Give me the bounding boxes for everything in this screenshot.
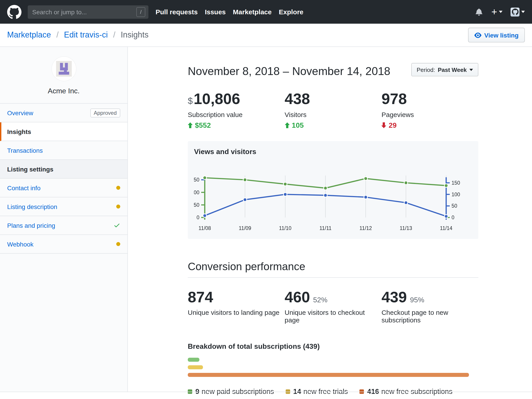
period-value: Past Week [438,66,467,73]
header-right: + [476,7,525,16]
sidebar: Acme Inc. Overview Approved Insights Tra… [0,47,128,392]
breadcrumb-separator: / [110,30,119,39]
sidebar-item-label: Contact info [7,184,40,191]
stat-number: 43995% [382,289,478,305]
svg-text:0: 0 [451,214,454,220]
nav-marketplace[interactable]: Marketplace [233,8,272,16]
arrow-icon [285,122,290,128]
check-icon [114,222,120,229]
conv-landing: 874 Unique visitors to landing page [188,289,285,324]
stat-number: 438 [285,91,381,107]
breadcrumb-bar: Marketplace / Edit travis-ci / Insights … [0,24,532,47]
svg-text:150: 150 [194,177,199,183]
stat-delta: 105 [285,121,381,129]
sidebar-item-label: Overview [7,109,33,116]
stat-number: $10,806 [188,91,285,107]
bar-free-subscriptions [188,373,469,377]
github-logo-icon[interactable] [7,5,21,19]
stat-delta: $552 [188,121,285,129]
stat-label: Pageviews [382,110,478,118]
conv-subscriptions: 43995% Checkout page to new subscription… [382,289,478,324]
pending-dot-icon [116,242,120,246]
sidebar-item-insights[interactable]: Insights [0,122,127,141]
svg-text:150: 150 [451,180,460,185]
breadcrumb-marketplace[interactable]: Marketplace [7,30,51,39]
bar-free-trials [188,366,203,369]
main-nav: Pull requests Issues Marketplace Explore [156,8,303,16]
stat-number: 874 [188,289,285,305]
stat-label: Unique visitors to checkout page [285,309,381,324]
org-name: Acme Inc. [0,87,127,95]
main-content: November 8, 2018 – November 14, 2018 Per… [188,47,478,399]
svg-text:50: 50 [451,203,457,209]
arrow-icon [382,122,386,128]
create-new-menu[interactable]: + [491,7,502,16]
top-header: / Pull requests Issues Marketplace Explo… [0,0,532,24]
caret-down-icon [499,11,502,13]
view-listing-button[interactable]: View listing [468,28,525,43]
svg-text:11/08: 11/08 [198,225,211,231]
stat-visitors: 438 Visitors 105 [285,91,381,129]
stat-subscription-value: $10,806 Subscription value $552 [188,91,285,129]
sidebar-item-overview[interactable]: Overview Approved [0,104,127,122]
svg-text:100: 100 [194,189,199,195]
breadcrumb: Marketplace / Edit travis-ci / Insights [7,30,148,40]
svg-text:100: 100 [451,191,460,197]
period-dropdown-button[interactable]: Period: Past Week [411,63,478,76]
breakdown-heading: Breakdown of total subscriptions (439) [188,343,478,351]
sidebar-heading-label: Listing settings [7,166,53,172]
org-identicon [55,60,72,77]
stat-pageviews: 978 Pageviews 29 [382,91,478,129]
sidebar-item-listing-description[interactable]: Listing description [0,197,127,216]
stat-number: 46052% [285,289,381,305]
svg-text:11/14: 11/14 [440,225,452,231]
currency-prefix: $ [188,96,193,106]
page: / Pull requests Issues Marketplace Explo… [0,0,532,399]
breakdown-bars [188,358,478,377]
sidebar-item-plans-and-pricing[interactable]: Plans and pricing [0,216,127,235]
user-menu[interactable] [511,7,525,16]
conv-checkout: 46052% Unique visitors to checkout page [285,289,381,324]
stat-label: Visitors [285,110,381,118]
nav-issues[interactable]: Issues [205,8,226,16]
conversion-heading: Conversion performance [188,260,478,277]
stat-label: Subscription value [188,110,285,118]
sidebar-item-label: Webhook [7,240,33,248]
svg-text:11/11: 11/11 [319,225,331,231]
summary-stats: $10,806 Subscription value $552 438 Visi… [188,91,478,129]
views-visitors-chart: 05010015005010015011/0811/0911/1011/1111… [194,162,472,234]
stat-percent: 52% [313,296,328,303]
sidebar-item-contact-info[interactable]: Contact info [0,179,127,197]
sidebar-item-webhook[interactable]: Webhook [0,235,127,254]
slash-key-hint: / [136,7,145,17]
period-label: Period: [417,66,435,73]
svg-text:0: 0 [196,214,199,220]
org-avatar [52,57,76,81]
stat-label: Checkout page to new subscriptions [382,309,478,324]
pending-dot-icon [116,186,120,190]
bar-paid-subscriptions [188,358,200,362]
arrow-icon [188,122,193,128]
svg-text:11/13: 11/13 [400,225,412,231]
chart-title: Views and visitors [194,147,472,156]
svg-text:11/10: 11/10 [279,225,291,231]
eye-icon [474,31,481,39]
nav-explore[interactable]: Explore [279,8,303,16]
svg-text:11/09: 11/09 [239,225,251,231]
stat-percent: 95% [410,296,424,303]
breadcrumb-edit-travis-ci[interactable]: Edit travis-ci [64,30,108,39]
pending-dot-icon [116,204,120,209]
views-visitors-card: Views and visitors 05010015005010015011/… [188,141,478,239]
user-avatar [511,7,519,16]
bell-icon[interactable] [476,8,483,16]
sidebar-heading-listing-settings: Listing settings [0,160,127,179]
caret-down-icon [469,68,473,71]
sidebar-item-transactions[interactable]: Transactions [0,141,127,160]
plus-icon: + [491,7,497,16]
nav-pull-requests[interactable]: Pull requests [156,8,198,16]
conversion-stats: 874 Unique visitors to landing page 4605… [188,289,478,324]
stat-number: 978 [382,91,478,107]
caret-down-icon [521,11,525,13]
search-input[interactable] [28,5,148,18]
page-bottom-divider [0,392,532,392]
